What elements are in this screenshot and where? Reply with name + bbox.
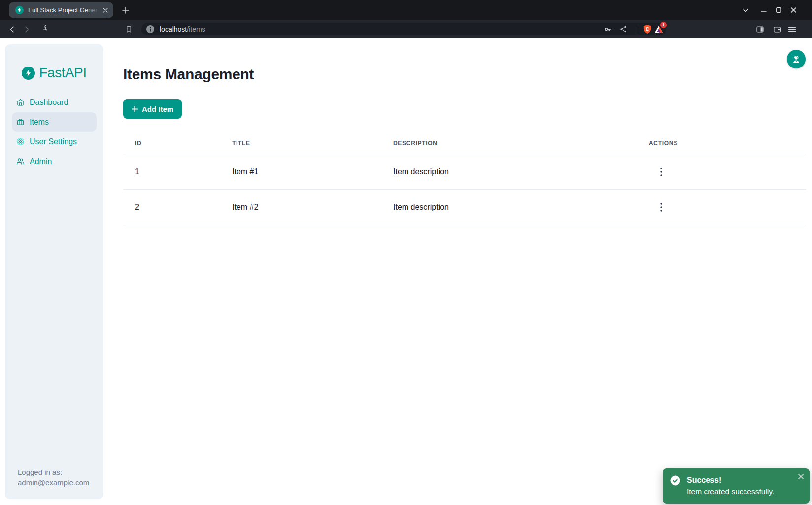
password-key-icon[interactable] [603, 24, 613, 34]
toast-close-button[interactable] [796, 472, 805, 481]
sidebar-item-label: User Settings [30, 137, 77, 146]
sidebar: FastAPI Dashboard Items [5, 44, 103, 499]
toolbar-divider [637, 25, 637, 33]
sidebar-nav: Dashboard Items User Settings [5, 93, 103, 171]
sidebar-item-dashboard[interactable]: Dashboard [12, 93, 97, 112]
cell-description: Item description [381, 154, 637, 190]
cell-title: Item #1 [220, 154, 381, 190]
home-icon [17, 99, 24, 106]
cell-description: Item description [381, 190, 637, 225]
page-title: Items Management [123, 66, 806, 83]
sidebar-item-label: Admin [30, 157, 52, 166]
forward-icon[interactable] [20, 22, 34, 36]
menu-hamburger-icon[interactable] [785, 22, 799, 36]
logged-in-info: Logged in as: admin@example.com [18, 467, 89, 488]
url-host: localhost [160, 25, 187, 33]
tab-close-icon[interactable] [101, 6, 110, 15]
site-info-icon[interactable] [146, 25, 154, 33]
column-header-id: ID [123, 131, 220, 154]
briefcase-icon [17, 118, 24, 126]
reload-icon[interactable] [35, 22, 49, 36]
fastapi-logo: FastAPI [5, 44, 103, 81]
new-tab-button[interactable] [120, 4, 132, 16]
browser-window: Full Stack Project Genera [0, 0, 812, 505]
check-circle-icon [670, 475, 680, 486]
sidebar-item-admin[interactable]: Admin [12, 152, 97, 171]
kebab-menu-icon [660, 203, 662, 212]
browser-toolbar: localhost/items 1 [0, 20, 812, 38]
cell-actions [637, 154, 806, 190]
toast-message: Item created successfully. [687, 486, 774, 497]
wallet-icon[interactable] [770, 22, 784, 36]
kebab-menu-icon [660, 168, 662, 176]
cell-id: 1 [123, 154, 220, 190]
side-panel-icon[interactable] [753, 22, 767, 36]
add-item-label: Add Item [142, 105, 173, 113]
gear-icon [17, 138, 24, 145]
fastapi-logo-text: FastAPI [39, 65, 86, 81]
rewards-notification-badge: 1 [660, 22, 667, 28]
add-item-button[interactable]: Add Item [123, 99, 182, 119]
browser-tab[interactable]: Full Stack Project Genera [9, 2, 113, 18]
main-content: Items Management Add Item ID TITLE DESCR… [103, 38, 812, 505]
fastapi-logo-icon [22, 67, 35, 80]
window-minimize-button[interactable] [757, 3, 771, 17]
tab-title: Full Stack Project Genera [28, 6, 97, 14]
share-icon[interactable] [618, 24, 628, 34]
table-header-row: ID TITLE DESCRIPTION ACTIONS [123, 131, 806, 154]
items-table: ID TITLE DESCRIPTION ACTIONS 1 Item #1 I… [123, 131, 806, 225]
users-icon [17, 158, 24, 165]
logged-in-email: admin@example.com [18, 477, 89, 488]
table-row: 2 Item #2 Item description [123, 190, 806, 225]
column-header-actions: ACTIONS [637, 131, 806, 154]
plus-icon [132, 106, 138, 112]
fastapi-favicon-icon [15, 6, 24, 14]
column-header-description: DESCRIPTION [381, 131, 637, 154]
sidebar-item-label: Items [30, 118, 49, 127]
cell-actions [637, 190, 806, 225]
sidebar-item-label: Dashboard [30, 98, 68, 107]
user-avatar-icon [791, 54, 802, 65]
sidebar-item-items[interactable]: Items [12, 112, 97, 132]
window-maximize-button[interactable] [772, 3, 785, 17]
address-bar[interactable]: localhost/items 1 [141, 23, 666, 35]
column-header-title: TITLE [220, 131, 381, 154]
back-icon[interactable] [5, 22, 19, 36]
table-row: 1 Item #1 Item description [123, 154, 806, 190]
logged-in-label: Logged in as: [18, 467, 89, 477]
bookmark-icon[interactable] [122, 22, 135, 36]
brave-shield-icon[interactable] [643, 24, 652, 34]
toast-title: Success! [687, 475, 774, 485]
row-actions-menu-button[interactable] [655, 200, 668, 215]
row-actions-menu-button[interactable] [655, 164, 668, 180]
window-close-button[interactable] [786, 3, 800, 17]
url-text: localhost/items [160, 25, 205, 33]
close-icon [798, 474, 804, 479]
url-path: /items [187, 25, 205, 33]
sidebar-item-user-settings[interactable]: User Settings [12, 132, 97, 151]
browser-titlebar: Full Stack Project Genera [0, 0, 812, 20]
toast-text: Success! Item created successfully. [687, 475, 774, 504]
brave-rewards-bat-icon[interactable]: 1 [654, 24, 664, 34]
tab-search-chevron-icon[interactable] [739, 3, 752, 17]
page-content: FastAPI Dashboard Items [0, 38, 812, 505]
success-toast: Success! Item created successfully. [663, 468, 810, 504]
cell-id: 2 [123, 190, 220, 225]
user-menu-button[interactable] [787, 50, 806, 68]
cell-title: Item #2 [220, 190, 381, 225]
